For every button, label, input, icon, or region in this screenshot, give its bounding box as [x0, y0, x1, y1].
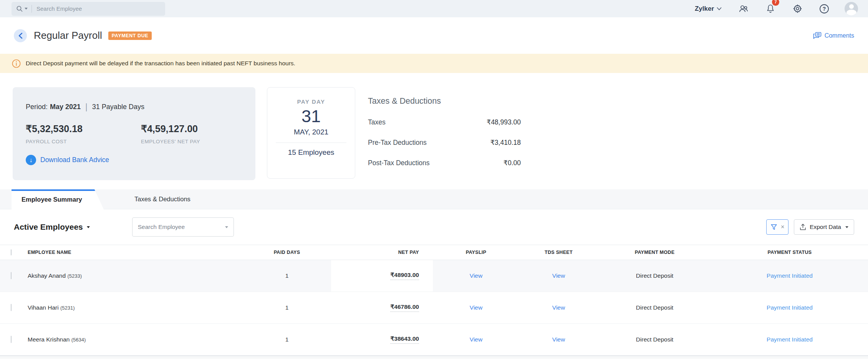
net-pay-value[interactable]: ₹38643.00	[390, 335, 419, 344]
bottom-strip	[0, 356, 868, 359]
payday-divider	[276, 143, 346, 143]
payment-status-link[interactable]: Payment Initiated	[767, 336, 813, 343]
avatar-body	[846, 10, 856, 15]
clear-filter-icon[interactable]: ×	[781, 224, 784, 230]
payday-day: 31	[267, 106, 355, 126]
chevron-down-icon	[845, 226, 848, 228]
row-checkbox[interactable]	[11, 304, 12, 311]
export-data-button[interactable]: Export Data	[794, 219, 854, 235]
download-bank-advice-link[interactable]: ↓ Download Bank Advice	[26, 155, 244, 165]
comments-button[interactable]: Comments	[813, 32, 854, 40]
payday-label: PAY DAY	[267, 98, 355, 105]
tab-label: Taxes & Deductions	[134, 196, 190, 203]
table-row: Vihaan Hari (5231) 1 ₹46786.00 View View…	[0, 292, 868, 324]
employee-table: EMPLOYEE NAME PAID DAYS NET PAY PAYSLIP …	[0, 245, 868, 356]
referrals-button[interactable]	[739, 4, 749, 14]
tax-row-value: ₹0.00	[504, 159, 521, 167]
payment-mode-value: Direct Deposit	[598, 336, 711, 343]
period-divider: |	[85, 102, 88, 112]
filter-button[interactable]: ×	[766, 219, 788, 235]
tax-row-label: Post-Tax Deductions	[368, 159, 430, 167]
download-bank-advice-label: Download Bank Advice	[40, 156, 109, 164]
row-checkbox[interactable]	[11, 336, 12, 343]
payslip-view-link[interactable]: View	[470, 336, 482, 343]
net-pay-label: EMPLOYEES' NET PAY	[141, 139, 256, 144]
tab-taxes-deductions[interactable]: Taxes & Deductions	[104, 189, 190, 209]
paid-days-value: 1	[243, 336, 331, 343]
payable-days: 31 Payable Days	[92, 103, 144, 111]
payment-status-link[interactable]: Payment Initiated	[767, 272, 813, 279]
org-name: Zylker	[695, 5, 714, 13]
settings-button[interactable]	[792, 4, 802, 14]
employee-id: (5233)	[67, 273, 82, 279]
top-bar: Zylker 7	[0, 0, 868, 17]
payday-month-year: MAY, 2021	[267, 128, 355, 136]
payslip-view-link[interactable]: View	[470, 304, 482, 311]
payment-mode-value: Direct Deposit	[598, 304, 711, 311]
col-header-net-pay: NET PAY	[331, 250, 433, 255]
employee-search-placeholder: Search Employee	[138, 224, 225, 230]
filter-funnel-icon	[770, 224, 777, 230]
help-button[interactable]: ?	[819, 4, 829, 14]
period-value: May 2021	[50, 103, 81, 111]
net-pay-value: ₹4,59,127.00	[141, 123, 256, 134]
col-header-payslip: PAYSLIP	[433, 250, 519, 255]
global-search-input[interactable]	[36, 5, 136, 12]
select-all-checkbox[interactable]	[11, 249, 12, 255]
neft-warning-banner: Direct Deposit payment will be delayed i…	[0, 54, 868, 73]
users-icon	[739, 4, 749, 13]
employee-name[interactable]: Meera Krishnan	[28, 336, 70, 343]
employee-name[interactable]: Vihaan Hari	[28, 304, 59, 311]
tab-employee-summary[interactable]: Employee Summary	[12, 189, 104, 209]
net-pay-value[interactable]: ₹46786.00	[390, 303, 419, 312]
employee-view-selector[interactable]: Active Employees	[14, 222, 90, 232]
tab-label: Employee Summary	[22, 196, 82, 203]
net-pay-value[interactable]: ₹48903.00	[390, 272, 419, 280]
period-label: Period:	[26, 103, 48, 111]
tax-row-label: Pre-Tax Deductions	[368, 139, 427, 147]
tds-sheet-view-link[interactable]: View	[552, 272, 565, 279]
tds-sheet-view-link[interactable]: View	[552, 304, 565, 311]
tax-row-value: ₹3,410.18	[490, 139, 521, 147]
employee-name[interactable]: Akshay Anand	[28, 272, 66, 279]
notifications-button[interactable]: 7	[765, 4, 775, 14]
tds-sheet-view-link[interactable]: View	[552, 336, 565, 343]
period-card: Period: May 2021 | 31 Payable Days ₹5,32…	[13, 87, 255, 180]
period-line: Period: May 2021 | 31 Payable Days	[26, 102, 244, 112]
search-scope-caret-icon[interactable]	[25, 8, 28, 10]
payment-mode-value: Direct Deposit	[598, 272, 711, 279]
row-checkbox[interactable]	[11, 272, 12, 279]
table-row: Akshay Anand (5233) 1 ₹48903.00 View Vie…	[0, 260, 868, 292]
svg-text:?: ?	[823, 6, 826, 12]
chevron-down-icon	[225, 226, 228, 228]
tax-row-value: ₹48,993.00	[487, 118, 521, 126]
employee-search-select[interactable]: Search Employee	[132, 217, 234, 237]
active-tab-indicator	[12, 189, 96, 191]
payslip-view-link[interactable]: View	[470, 272, 482, 279]
comments-label: Comments	[825, 32, 854, 39]
user-avatar[interactable]	[845, 2, 858, 15]
back-button[interactable]	[14, 29, 27, 42]
tab-bar: Employee Summary Taxes & Deductions	[0, 189, 868, 209]
page-title: Regular Payroll	[34, 30, 102, 41]
payday-employee-count: 15 Employees	[267, 148, 355, 157]
payroll-cost-label: PAYROLL COST	[26, 139, 141, 144]
comments-icon	[813, 32, 822, 40]
net-pay-block: ₹4,59,127.00 EMPLOYEES' NET PAY	[141, 123, 256, 144]
search-icon[interactable]	[16, 5, 28, 12]
global-search[interactable]	[12, 2, 165, 16]
payment-status-link[interactable]: Payment Initiated	[767, 304, 813, 311]
chevron-down-icon	[87, 226, 90, 228]
page-header: Regular Payroll PAYMENT DUE Comments	[0, 17, 868, 54]
payroll-run-page: Zylker 7	[0, 0, 868, 363]
download-icon: ↓	[26, 155, 36, 165]
payment-due-badge: PAYMENT DUE	[108, 31, 152, 40]
tax-row-pretax: Pre-Tax Deductions ₹3,410.18	[368, 139, 521, 147]
notification-badge: 7	[772, 0, 779, 6]
export-icon	[800, 224, 806, 230]
org-switcher[interactable]: Zylker	[695, 5, 722, 13]
employee-id: (5634)	[71, 337, 86, 343]
gear-icon	[793, 4, 802, 13]
table-header-row: EMPLOYEE NAME PAID DAYS NET PAY PAYSLIP …	[0, 245, 868, 260]
paid-days-value: 1	[243, 272, 331, 279]
